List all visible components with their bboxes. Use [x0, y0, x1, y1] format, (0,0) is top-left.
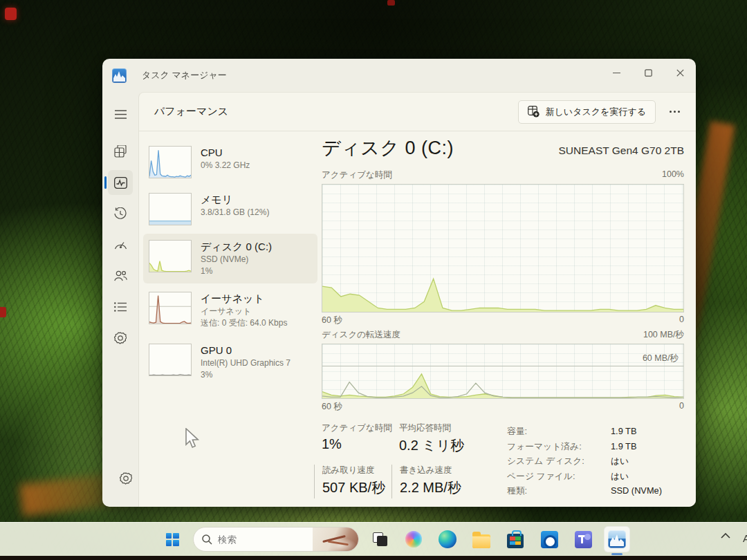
- chart1-x-left: 60 秒: [322, 315, 342, 326]
- perf-item-title: メモリ: [201, 193, 269, 207]
- chart2-x-left: 60 秒: [322, 401, 342, 413]
- page-header: パフォーマンス 新しいタスクを実行する: [139, 93, 696, 131]
- maximize-button[interactable]: [632, 59, 664, 86]
- perf-item-gpu[interactable]: GPU 0 Intel(R) UHD Graphics 7 3%: [143, 337, 317, 387]
- nav-processes[interactable]: [108, 139, 133, 164]
- stat-active-time: アクティブな時間 1%: [322, 422, 399, 456]
- teams-icon: [575, 531, 592, 548]
- perf-item-sub2: 1%: [201, 265, 272, 277]
- chart1-x-right: 0: [679, 315, 684, 326]
- nav-details[interactable]: [108, 295, 133, 319]
- title-bar[interactable]: タスク マネージャー: [102, 59, 696, 92]
- perf-item-title: GPU 0: [201, 344, 290, 357]
- perf-item-sub: Intel(R) UHD Graphics 7: [201, 357, 290, 369]
- property-row: 種類:SSD (NVMe): [507, 483, 662, 498]
- search-highlight-image[interactable]: [313, 527, 358, 552]
- edge-icon: [439, 530, 456, 548]
- taskbar-search[interactable]: [193, 527, 359, 552]
- hamburger-menu-button[interactable]: [108, 102, 133, 127]
- nav-services[interactable]: [108, 326, 133, 351]
- active-time-chart: [322, 184, 684, 312]
- task-manager-icon: [608, 530, 626, 548]
- nav-startup-apps[interactable]: [108, 232, 133, 257]
- minimize-button[interactable]: [600, 59, 632, 86]
- perf-item-title: イーサネット: [201, 292, 287, 306]
- nav-rail: [102, 92, 138, 507]
- outlook-icon: [541, 531, 558, 548]
- wallpaper-ornament: [0, 307, 6, 317]
- copilot-icon: [405, 531, 422, 548]
- content-panel: パフォーマンス 新しいタスクを実行する CPU 0% 3.22 GHz: [138, 92, 696, 507]
- file-explorer-icon: [472, 534, 490, 548]
- property-row: フォーマット済み:1.9 TB: [507, 439, 662, 454]
- cpu-mini-chart: [149, 146, 192, 178]
- disk-detail-pane: ディスク 0 (C:) SUNEAST Gen4 G70 2TB アクティブな時…: [322, 136, 684, 498]
- ethernet-mini-chart: [149, 292, 192, 324]
- task-manager-app-icon: [112, 68, 127, 83]
- start-button[interactable]: [159, 526, 185, 552]
- outlook-button[interactable]: [536, 526, 562, 552]
- memory-mini-chart: [149, 193, 192, 225]
- perf-item-memory[interactable]: メモリ 3.8/31.8 GB (12%): [143, 187, 317, 232]
- nav-users[interactable]: [108, 263, 133, 288]
- performance-list: CPU 0% 3.22 GHz メモリ 3.8/31.8 GB (12%) ディ…: [143, 140, 317, 389]
- stat-write-speed: 書き込み速度 2.2 MB/秒: [391, 465, 503, 498]
- taskbar: A: [0, 522, 747, 556]
- disk-title: ディスク 0 (C:): [322, 136, 454, 160]
- disk-device-name: SUNEAST Gen4 G70 2TB: [559, 144, 685, 157]
- nav-app-history[interactable]: [108, 201, 133, 226]
- perf-item-title: CPU: [201, 146, 250, 160]
- windows-logo-icon: [166, 533, 179, 546]
- perf-item-sub: 3.8/31.8 GB (12%): [201, 207, 269, 218]
- perf-item-sub: イーサネット: [201, 306, 287, 317]
- stat-avg-response: 平均応答時間 0.2 ミリ秒: [399, 422, 503, 456]
- perf-item-sub: SSD (NVMe): [201, 254, 272, 265]
- edge-button[interactable]: [434, 526, 461, 552]
- page-title: パフォーマンス: [154, 105, 228, 118]
- stat-read-speed: 読み取り速度 507 KB/秒: [314, 465, 399, 498]
- perf-item-sub2: 3%: [201, 369, 290, 381]
- run-new-task-icon: [528, 106, 540, 118]
- perf-item-ethernet[interactable]: イーサネット イーサネット 送信: 0 受信: 64.0 Kbps: [143, 286, 317, 335]
- disk-mini-chart: [149, 240, 192, 272]
- search-icon: [202, 534, 212, 545]
- disk-stats: アクティブな時間 1% 平均応答時間 0.2 ミリ秒 読み取り速度 507 KB…: [322, 422, 503, 498]
- property-row: ページ ファイル:はい: [507, 469, 662, 484]
- store-button[interactable]: [502, 526, 528, 552]
- disk-properties: 容量:1.9 TB フォーマット済み:1.9 TB システム ディスク:はい ペ…: [507, 424, 662, 498]
- nav-performance[interactable]: [108, 170, 133, 195]
- close-button[interactable]: [664, 59, 696, 86]
- copilot-button[interactable]: [400, 526, 427, 552]
- perf-item-cpu[interactable]: CPU 0% 3.22 GHz: [143, 140, 317, 185]
- chart2-x-right: 0: [679, 401, 684, 413]
- chart1-label: アクティブな時間: [322, 169, 392, 181]
- run-new-task-button[interactable]: 新しいタスクを実行する: [518, 100, 656, 124]
- tray-overflow-chevron[interactable]: [721, 532, 730, 539]
- window-title: タスク マネージャー: [142, 69, 227, 82]
- chart2-label: ディスクの転送速度: [322, 329, 400, 341]
- property-row: 容量:1.9 TB: [507, 424, 662, 439]
- chart1-max-label: 100%: [662, 169, 684, 181]
- perf-item-title: ディスク 0 (C:): [201, 240, 272, 254]
- file-explorer-button[interactable]: [468, 526, 495, 552]
- gpu-mini-chart: [149, 344, 192, 376]
- teams-button[interactable]: [570, 526, 596, 552]
- task-manager-window: タスク マネージャー: [102, 59, 696, 507]
- wallpaper-ornament: [5, 8, 17, 20]
- perf-item-sub2: 送信: 0 受信: 64.0 Kbps: [201, 317, 287, 329]
- transfer-rate-chart: 60 MB/秒: [322, 344, 684, 399]
- perf-item-sub: 0% 3.22 GHz: [201, 160, 250, 171]
- search-input[interactable]: [218, 534, 301, 545]
- wallpaper-ornament: [387, 0, 395, 6]
- run-new-task-label: 新しいタスクを実行する: [546, 106, 646, 118]
- task-view-button[interactable]: [367, 526, 393, 552]
- property-row: システム ディスク:はい: [507, 454, 662, 469]
- screen-bezel: [0, 556, 747, 560]
- perf-item-disk[interactable]: ディスク 0 (C:) SSD (NVMe) 1%: [143, 234, 317, 283]
- more-options-button[interactable]: [663, 101, 686, 123]
- ime-indicator[interactable]: A: [743, 532, 747, 544]
- task-manager-taskbar-button[interactable]: [604, 526, 630, 552]
- settings-gear-icon[interactable]: [113, 466, 138, 491]
- chart2-max-label: 100 MB/秒: [643, 329, 684, 341]
- store-icon: [507, 534, 524, 548]
